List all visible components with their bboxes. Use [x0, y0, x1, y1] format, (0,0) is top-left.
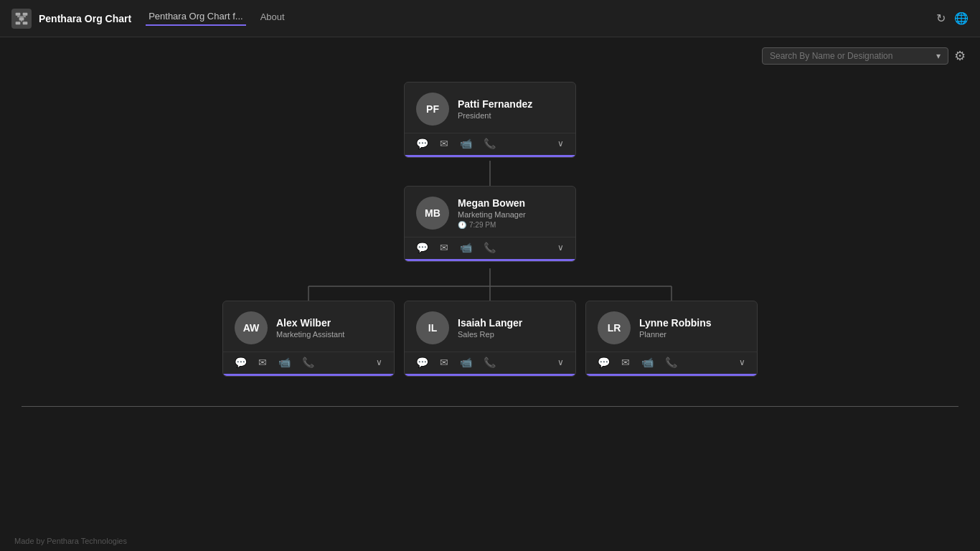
megan-role: Marketing Manager — [458, 210, 526, 219]
horizontal-divider — [22, 406, 958, 407]
settings-button[interactable]: ⚙ — [954, 48, 966, 64]
alex-chat-icon[interactable]: 💬 — [235, 357, 247, 368]
isaiah-expand-btn[interactable]: ∨ — [557, 357, 564, 367]
globe-icon[interactable]: 🌐 — [954, 11, 969, 25]
megan-bottom-bar — [405, 259, 575, 261]
topbar: Penthara Org Chart Penthara Org Chart f.… — [0, 0, 980, 37]
topbar-right-icons: ↻ 🌐 — [936, 11, 969, 25]
isaiah-mail-icon[interactable]: ✉ — [440, 357, 448, 368]
alex-actions: 💬 ✉ 📹 📞 ∨ — [223, 352, 394, 374]
isaiah-actions: 💬 ✉ 📹 📞 ∨ — [405, 352, 575, 374]
lynne-chat-icon[interactable]: 💬 — [598, 357, 610, 368]
alex-name: Alex Wilber — [276, 317, 344, 329]
card-patti: PF Patti Fernandez President 💬 ✉ 📹 📞 ∨ — [404, 82, 576, 158]
lynne-phone-icon[interactable]: 📞 — [665, 357, 677, 368]
alex-bottom-bar — [223, 374, 394, 376]
avatar-alex: AW — [235, 311, 268, 344]
patti-bottom-bar — [405, 155, 575, 157]
patti-video-icon[interactable]: 📹 — [460, 138, 472, 149]
megan-chat-icon[interactable]: 💬 — [416, 242, 428, 253]
app-logo — [11, 9, 32, 29]
refresh-icon[interactable]: ↻ — [936, 11, 946, 25]
org-chart-area: PF Patti Fernandez President 💬 ✉ 📹 📞 ∨ M… — [0, 75, 980, 529]
footer: Made by Penthara Technologies — [14, 537, 127, 545]
patti-expand-btn[interactable]: ∨ — [557, 138, 564, 149]
card-lynne: LR Lynne Robbins Planner 💬 ✉ 📹 📞 ∨ — [585, 301, 758, 377]
search-wrapper: ▾ — [762, 47, 948, 65]
app-title: Penthara Org Chart — [39, 13, 131, 24]
alex-video-icon[interactable]: 📹 — [278, 357, 291, 368]
clock-icon: 🕐 — [458, 221, 466, 229]
isaiah-phone-icon[interactable]: 📞 — [484, 357, 496, 368]
avatar-megan: MB — [416, 197, 449, 230]
lynne-actions: 💬 ✉ 📹 📞 ∨ — [586, 352, 757, 374]
svg-rect-0 — [16, 12, 21, 15]
card-isaiah: IL Isaiah Langer Sales Rep 💬 ✉ 📹 📞 ∨ — [404, 301, 576, 377]
megan-expand-btn[interactable]: ∨ — [557, 242, 564, 253]
svg-rect-1 — [23, 12, 28, 15]
megan-actions: 💬 ✉ 📹 📞 ∨ — [405, 237, 575, 259]
patti-mail-icon[interactable]: ✉ — [440, 138, 448, 149]
svg-rect-3 — [16, 22, 21, 24]
isaiah-name: Isaiah Langer — [458, 317, 522, 329]
avatar-patti: PF — [416, 93, 449, 126]
lynne-role: Planner — [639, 330, 712, 339]
megan-video-icon[interactable]: 📹 — [460, 242, 472, 253]
search-chevron-icon: ▾ — [936, 51, 941, 61]
avatar-lynne: LR — [598, 311, 631, 344]
megan-name: Megan Bowen — [458, 197, 526, 209]
tab-about[interactable]: About — [258, 11, 288, 25]
patti-chat-icon[interactable]: 💬 — [416, 138, 428, 149]
footer-text: Made by Penthara Technologies — [14, 537, 127, 545]
isaiah-chat-icon[interactable]: 💬 — [416, 357, 428, 368]
isaiah-bottom-bar — [405, 374, 575, 376]
svg-rect-4 — [23, 22, 28, 24]
search-input[interactable] — [770, 51, 932, 61]
lynne-bottom-bar — [586, 374, 757, 376]
megan-time: 🕐 7:29 PM — [458, 221, 526, 229]
avatar-isaiah: IL — [416, 311, 449, 344]
isaiah-role: Sales Rep — [458, 330, 522, 339]
tab-org-chart[interactable]: Penthara Org Chart f... — [146, 11, 246, 26]
alex-mail-icon[interactable]: ✉ — [258, 357, 267, 368]
isaiah-video-icon[interactable]: 📹 — [460, 357, 472, 368]
megan-mail-icon[interactable]: ✉ — [440, 242, 448, 253]
card-alex: AW Alex Wilber Marketing Assistant 💬 ✉ 📹… — [222, 301, 395, 377]
card-megan: MB Megan Bowen Marketing Manager 🕐 7:29 … — [404, 186, 576, 262]
lynne-video-icon[interactable]: 📹 — [641, 357, 654, 368]
patti-name: Patti Fernandez — [458, 98, 532, 110]
alex-expand-btn[interactable]: ∨ — [376, 357, 382, 367]
search-area: ▾ ⚙ — [0, 37, 980, 75]
lynne-mail-icon[interactable]: ✉ — [621, 357, 630, 368]
lynne-name: Lynne Robbins — [639, 317, 712, 329]
patti-phone-icon[interactable]: 📞 — [484, 138, 496, 149]
patti-role: President — [458, 111, 532, 120]
alex-role: Marketing Assistant — [276, 330, 344, 339]
alex-phone-icon[interactable]: 📞 — [302, 357, 314, 368]
patti-actions: 💬 ✉ 📹 📞 ∨ — [405, 133, 575, 155]
lynne-expand-btn[interactable]: ∨ — [739, 357, 745, 367]
megan-phone-icon[interactable]: 📞 — [484, 242, 496, 253]
